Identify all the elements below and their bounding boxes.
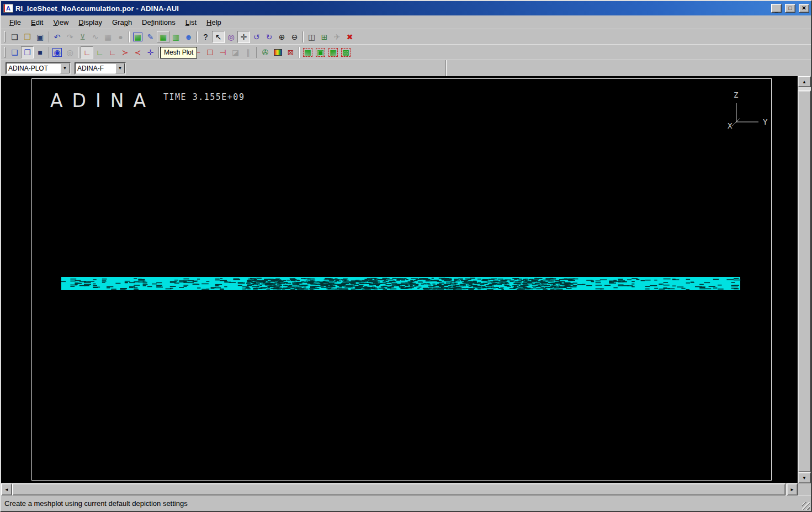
mesh-element-edge bbox=[426, 281, 432, 282]
menu-edit[interactable]: Edit bbox=[26, 17, 48, 28]
rotate-cw-button[interactable]: ↻ bbox=[263, 31, 275, 43]
toolbar-separator bbox=[256, 47, 257, 58]
zoom-out-button[interactable]: ⊖ bbox=[288, 31, 301, 43]
mesh-element-edge bbox=[125, 281, 130, 282]
cursor-arrow-button[interactable]: ↖ bbox=[212, 31, 225, 43]
goblet-button[interactable]: ⊻ bbox=[76, 31, 89, 43]
element-grid-icon-2-button[interactable]: ▣ bbox=[314, 46, 327, 58]
tape-button[interactable]: ✇ bbox=[259, 46, 272, 58]
mesh-element-edge bbox=[129, 287, 134, 289]
mesh-element-edge bbox=[446, 282, 452, 284]
box-plus-button[interactable]: ⊞ bbox=[318, 31, 331, 43]
crosshair-button[interactable]: ✛ bbox=[237, 31, 250, 43]
scroll-right-button[interactable]: ► bbox=[787, 483, 798, 495]
mesh-element-edge bbox=[102, 279, 107, 280]
zoom-in-button[interactable]: ⊕ bbox=[275, 31, 288, 43]
axis-x-button[interactable]: ∟ bbox=[93, 46, 106, 58]
mesh-element-edge bbox=[596, 285, 602, 286]
vertical-scrollbar[interactable]: ▲ ▼ bbox=[798, 76, 811, 483]
toolbar-grip[interactable] bbox=[4, 47, 6, 58]
pick-button[interactable]: ◎ bbox=[225, 31, 237, 43]
new-page-button[interactable]: ❏ bbox=[8, 31, 21, 43]
mesh-element-edge bbox=[233, 279, 240, 280]
mesh-element-edge bbox=[469, 286, 471, 287]
plot-program-dropdown-button[interactable]: ▼ bbox=[60, 63, 70, 73]
element-grid-icon-4-button[interactable]: ▩ bbox=[339, 46, 352, 58]
scroll-down-button[interactable]: ▼ bbox=[798, 472, 811, 483]
menu-graph[interactable]: Graph bbox=[107, 17, 137, 28]
mesh-element-edge bbox=[260, 285, 262, 286]
target-button[interactable]: ◉ bbox=[51, 46, 63, 58]
axis-k-button[interactable]: ∟ bbox=[106, 46, 119, 58]
mesh-element-edge bbox=[115, 283, 120, 284]
triad-button[interactable]: ✛ bbox=[144, 46, 157, 58]
mesh-element-edge bbox=[84, 282, 91, 283]
undo-arrow-button[interactable]: ↶ bbox=[51, 31, 63, 43]
mesh-element-edge bbox=[672, 279, 675, 280]
menu-list[interactable]: List bbox=[181, 17, 201, 28]
menu-help[interactable]: Help bbox=[201, 17, 226, 28]
mesh-element-edge bbox=[291, 280, 295, 281]
rotate-ccw-button[interactable]: ↺ bbox=[250, 31, 263, 43]
mesh-columns-button[interactable]: ▥ bbox=[169, 31, 182, 43]
rotate-axes-button[interactable]: ≻ bbox=[119, 46, 131, 58]
analysis-module-combobox[interactable]: ADINA-F ▼ bbox=[75, 62, 126, 74]
save-floppy-button[interactable]: ▣ bbox=[34, 31, 46, 43]
paintbrush-button[interactable]: ✎ bbox=[144, 31, 157, 43]
open-folder-button[interactable]: ❒ bbox=[21, 31, 34, 43]
mesh-element-edge bbox=[346, 289, 348, 290]
mesh-element-edge bbox=[309, 289, 315, 290]
graphics-viewport[interactable]: ADINA TIME 3.155E+09 Z Y X bbox=[1, 76, 798, 483]
vertical-scroll-thumb[interactable] bbox=[798, 90, 811, 472]
horizontal-scroll-thumb[interactable] bbox=[12, 483, 786, 495]
wireframe-cube-button[interactable]: ❏ bbox=[8, 46, 21, 58]
solid-cube-button[interactable]: ■ bbox=[34, 46, 46, 58]
adina-logo: ADINA bbox=[50, 90, 155, 111]
mesh-element-edge bbox=[248, 279, 252, 280]
mesh-element-edge bbox=[540, 280, 543, 281]
horizontal-scrollbar[interactable]: ◄ ► bbox=[1, 483, 798, 495]
mesh-element-edge bbox=[391, 283, 397, 284]
bend-axes-button[interactable]: ≺ bbox=[131, 46, 144, 58]
node-t2-button[interactable]: ⊣ bbox=[216, 46, 229, 58]
scatter-box-button[interactable]: ⊠ bbox=[284, 46, 297, 58]
resize-grip-icon[interactable] bbox=[802, 502, 810, 510]
mesh-element-edge bbox=[156, 287, 163, 288]
mesh-element-edge bbox=[220, 280, 227, 281]
scroll-left-button[interactable]: ◄ bbox=[1, 483, 12, 495]
mesh-element-edge bbox=[513, 288, 516, 289]
mesh-plot-button[interactable]: ▦ bbox=[157, 31, 169, 43]
close-button[interactable]: ✕ bbox=[799, 4, 809, 13]
menu-display[interactable]: Display bbox=[73, 17, 107, 28]
minimize-button[interactable]: _ bbox=[771, 4, 782, 13]
shaded-cube-button[interactable]: ❐ bbox=[21, 46, 34, 58]
mesh-element-edge bbox=[296, 280, 299, 281]
module-dropdown-button[interactable]: ▼ bbox=[115, 63, 125, 73]
dashed-box-button[interactable]: ☐ bbox=[204, 46, 216, 58]
mesh-element-edge bbox=[664, 285, 670, 286]
mesh-element-edge bbox=[304, 287, 306, 288]
axis-xy-button[interactable]: ∟ bbox=[81, 46, 93, 58]
mesh-window-button[interactable]: ▦ bbox=[131, 31, 144, 43]
menu-view[interactable]: View bbox=[48, 17, 73, 28]
help-button[interactable]: ? bbox=[199, 31, 212, 43]
mesh-element-edge bbox=[267, 289, 270, 290]
scroll-up-button[interactable]: ▲ bbox=[798, 76, 811, 87]
mesh-element-edge bbox=[604, 285, 611, 286]
menu-definitions[interactable]: Definitions bbox=[137, 17, 181, 28]
mesh-element-edge bbox=[627, 285, 633, 286]
maximize-button[interactable]: □ bbox=[785, 4, 795, 13]
element-grid-icon-1-button[interactable]: ▦ bbox=[301, 46, 314, 58]
rainbow-band-button[interactable] bbox=[272, 46, 284, 58]
person-button[interactable]: ☻ bbox=[182, 31, 195, 43]
mesh-element-edge bbox=[422, 279, 426, 280]
mesh-element-edge bbox=[206, 289, 209, 290]
delete-x-button[interactable]: ✖ bbox=[343, 31, 356, 43]
toolbar-grip[interactable] bbox=[4, 31, 6, 42]
plot-program-combobox[interactable]: ADINA-PLOT ▼ bbox=[6, 62, 71, 74]
mesh-element-edge bbox=[613, 287, 618, 289]
toolbar-separator bbox=[129, 31, 130, 42]
menu-file[interactable]: File bbox=[4, 17, 26, 28]
element-grid-icon-3-button[interactable]: ▦ bbox=[327, 46, 339, 58]
framed-box-button[interactable]: ◫ bbox=[305, 31, 318, 43]
